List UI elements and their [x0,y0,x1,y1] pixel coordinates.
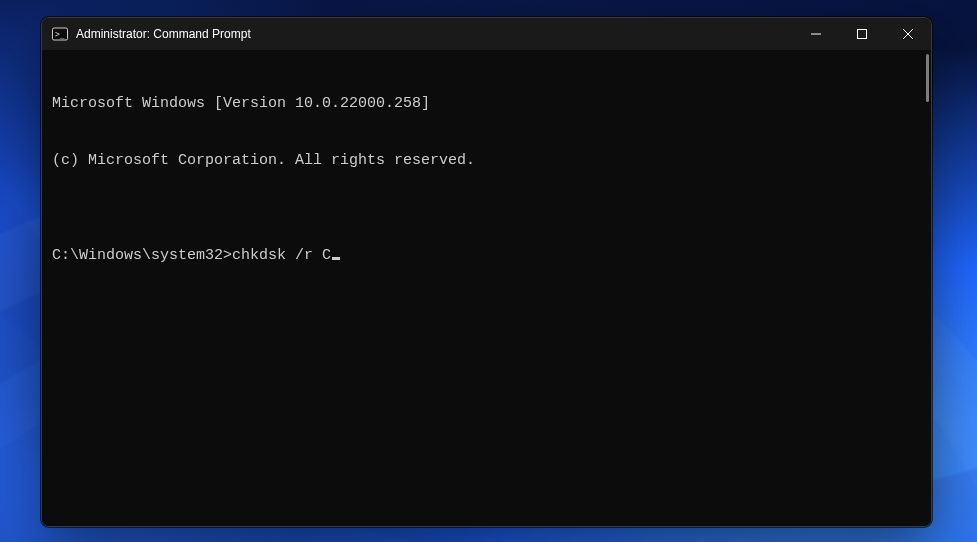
minimize-button[interactable] [793,18,839,50]
terminal-prompt-line: C:\Windows\system32>chkdsk /r C [52,246,921,265]
command-prompt-window: >_ Administrator: Command Prompt Microso… [41,17,932,527]
svg-rect-3 [858,30,867,39]
terminal-line: (c) Microsoft Corporation. All rights re… [52,151,921,170]
titlebar[interactable]: >_ Administrator: Command Prompt [42,18,931,50]
svg-text:>_: >_ [55,30,65,39]
terminal-output[interactable]: Microsoft Windows [Version 10.0.22000.25… [42,50,931,526]
terminal-prompt: C:\Windows\system32> [52,247,232,264]
terminal-line: Microsoft Windows [Version 10.0.22000.25… [52,94,921,113]
command-prompt-icon: >_ [52,26,68,42]
terminal-cursor [332,257,340,260]
window-title: Administrator: Command Prompt [76,18,251,50]
maximize-button[interactable] [839,18,885,50]
terminal-command: chkdsk /r C [232,247,331,264]
window-controls [793,18,931,50]
vertical-scrollbar[interactable] [926,54,929,102]
close-button[interactable] [885,18,931,50]
